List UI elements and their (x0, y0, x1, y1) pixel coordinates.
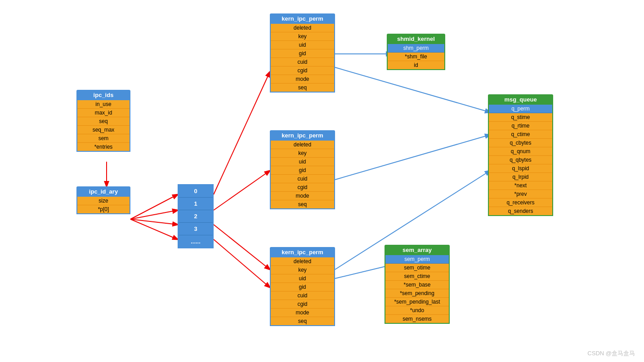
field-p0: *p[0] (77, 205, 130, 213)
sem-pending-last-field: *sem_pending_last (385, 298, 449, 306)
svg-line-2 (130, 210, 178, 219)
array-cell-1: 1 (179, 198, 213, 210)
sem-undo-field: *undo (385, 306, 449, 315)
kp3-mode: mode (271, 309, 334, 317)
q-lrpid-field: q_lrpid (489, 173, 552, 181)
kp1-gid: gid (271, 49, 334, 58)
field-in-use: in_use (77, 100, 130, 109)
q-stime-field: q_stime (489, 113, 552, 122)
kp2-key: key (271, 149, 334, 158)
field-seq-max: seq_max (77, 126, 130, 134)
q-next-field: *next (489, 181, 552, 190)
q-receivers-field: q_receivers (489, 199, 552, 207)
field-seq: seq (77, 117, 130, 126)
sem-nsems-field: sem_nsems (385, 315, 449, 323)
svg-line-8 (214, 239, 270, 287)
diagram-container: ipc_ids in_use max_id seq seq_max sem *e… (0, 0, 644, 362)
sem-array-box: sem_array sem_perm sem_otime sem_ctime *… (385, 245, 450, 324)
svg-line-5 (214, 72, 270, 194)
msg-queue-title: msg_queue (488, 94, 553, 105)
sem-otime-field: sem_otime (385, 264, 449, 272)
kp3-cgid: cgid (271, 300, 334, 309)
kp2-deleted: deleted (271, 141, 334, 149)
kern-ipc-perm-1-title: kern_ipc_perm (270, 13, 335, 24)
svg-line-1 (130, 194, 178, 219)
q-rtime-field: q_rtime (489, 122, 552, 130)
svg-line-4 (130, 219, 178, 239)
q-ctime-field: q_ctime (489, 130, 552, 139)
kp1-deleted: deleted (271, 24, 334, 32)
shmid-kernel-box: shmid_kernel shm_perm *shm_file id (387, 34, 445, 70)
field-size: size (77, 197, 130, 205)
ipc-ids-fields: in_use max_id seq seq_max sem *entries (76, 100, 130, 152)
watermark: CSDN @盒马盒马 (587, 349, 635, 358)
msg-queue-box: msg_queue q_perm q_stime q_rtime q_ctime… (488, 94, 553, 216)
kp3-cuid: cuid (271, 291, 334, 300)
kp3-seq: seq (271, 317, 334, 325)
q-prev-field: *prev (489, 190, 552, 199)
kp2-seq: seq (271, 200, 334, 208)
svg-line-12 (335, 265, 391, 278)
kp1-uid: uid (271, 41, 334, 49)
shm-perm-field: shm_perm (388, 44, 444, 53)
array-cell-dots: ...... (179, 235, 213, 247)
kern-ipc-perm-3-fields: deleted key uid gid cuid cgid mode seq (270, 257, 335, 326)
array-cell-3: 3 (179, 223, 213, 235)
kp2-gid: gid (271, 166, 334, 175)
kp2-uid: uid (271, 158, 334, 166)
sem-array-title: sem_array (385, 245, 450, 255)
kp2-mode: mode (271, 192, 334, 200)
field-sem: sem (77, 134, 130, 143)
svg-line-11 (335, 135, 490, 180)
array-box: 0 1 2 3 ...... (178, 184, 214, 248)
kern-ipc-perm-1-fields: deleted key uid gid cuid cgid mode seq (270, 24, 335, 93)
field-max-id: max_id (77, 109, 130, 117)
shmid-kernel-title: shmid_kernel (387, 34, 445, 44)
kern-ipc-perm-3-box: kern_ipc_perm deleted key uid gid cuid c… (270, 247, 335, 326)
q-senders-field: q_senders (489, 207, 552, 215)
q-perm-field: q_perm (489, 105, 552, 113)
ipc-ids-box: ipc_ids in_use max_id seq seq_max sem *e… (76, 90, 130, 152)
shmid-kernel-fields: shm_perm *shm_file id (387, 44, 445, 70)
kp1-seq: seq (271, 84, 334, 92)
kp3-gid: gid (271, 283, 334, 291)
kp2-cgid: cgid (271, 183, 334, 192)
svg-line-3 (130, 219, 178, 225)
sem-pending-field: *sem_pending (385, 289, 449, 298)
kern-ipc-perm-2-box: kern_ipc_perm deleted key uid gid cuid c… (270, 130, 335, 209)
kp1-cgid: cgid (271, 66, 334, 75)
sem-ctime-field: sem_ctime (385, 272, 449, 281)
q-qbytes-field: q_qbytes (489, 156, 552, 164)
svg-line-6 (214, 171, 270, 210)
kern-ipc-perm-2-fields: deleted key uid gid cuid cgid mode seq (270, 141, 335, 209)
kp1-key: key (271, 32, 334, 41)
q-qnum-field: q_qnum (489, 147, 552, 156)
ipc-ids-title: ipc_ids (76, 90, 130, 100)
q-cbytes-field: q_cbytes (489, 139, 552, 147)
ipc-id-ary-title: ipc_id_ary (76, 186, 130, 197)
kp3-uid: uid (271, 274, 334, 283)
svg-line-10 (335, 67, 490, 112)
field-entries: *entries (77, 143, 130, 151)
kp2-cuid: cuid (271, 175, 334, 183)
kp3-key: key (271, 266, 334, 274)
sem-perm-field: sem_perm (385, 255, 449, 264)
svg-line-7 (214, 225, 270, 269)
kern-ipc-perm-2-title: kern_ipc_perm (270, 130, 335, 141)
shm-file-field: *shm_file (388, 53, 444, 61)
sem-array-fields: sem_perm sem_otime sem_ctime *sem_base *… (385, 255, 450, 324)
q-lspid-field: q_lspid (489, 164, 552, 173)
ipc-id-ary-fields: size *p[0] (76, 197, 130, 214)
kern-ipc-perm-1-box: kern_ipc_perm deleted key uid gid cuid c… (270, 13, 335, 93)
shm-id-field: id (388, 61, 444, 69)
array-cell-0: 0 (179, 185, 213, 198)
array-cell-2: 2 (179, 210, 213, 223)
kp1-mode: mode (271, 75, 334, 84)
kp1-cuid: cuid (271, 58, 334, 66)
msg-queue-fields: q_perm q_stime q_rtime q_ctime q_cbytes … (488, 105, 553, 216)
kern-ipc-perm-3-title: kern_ipc_perm (270, 247, 335, 257)
kp3-deleted: deleted (271, 257, 334, 266)
ipc-id-ary-box: ipc_id_ary size *p[0] (76, 186, 130, 214)
sem-base-field: *sem_base (385, 281, 449, 289)
